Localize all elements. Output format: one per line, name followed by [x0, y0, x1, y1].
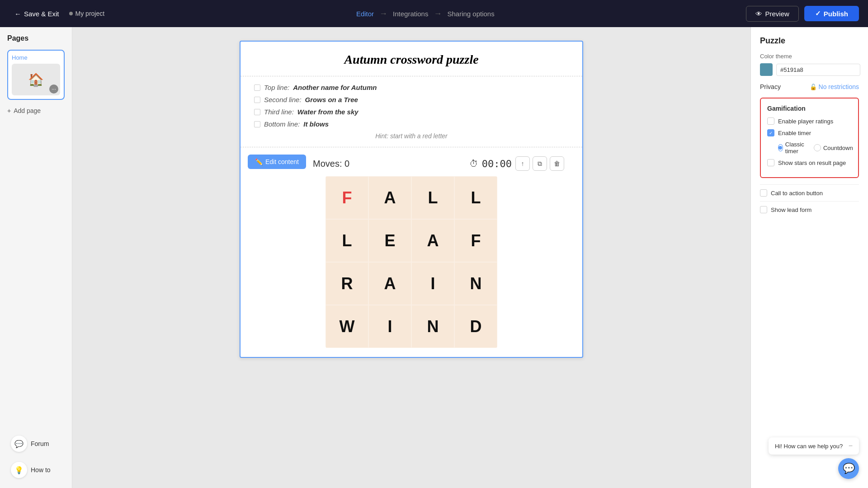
- clue-answer-1: Another name for Autumn: [293, 84, 377, 91]
- countdown-timer-option[interactable]: Countdown: [814, 144, 853, 151]
- forum-label: Forum: [31, 440, 49, 447]
- grid-cell-2-2[interactable]: I: [411, 262, 454, 305]
- chat-close-button[interactable]: −: [849, 442, 853, 450]
- pages-title: Pages: [7, 34, 65, 42]
- color-theme-label: Color theme: [760, 53, 859, 60]
- grid-cell-1-2[interactable]: A: [411, 219, 454, 262]
- timer-icon: ⏱: [469, 159, 478, 169]
- grid-cell-2-0[interactable]: R: [326, 262, 368, 305]
- show-stars-row: Show stars on result page: [767, 159, 852, 166]
- grid-cell-1-0[interactable]: L: [326, 219, 368, 262]
- topbar-left: ← Save & Exit My project: [9, 7, 104, 20]
- color-row: [760, 63, 859, 76]
- call-to-action-checkbox[interactable]: [760, 189, 767, 197]
- grid-cell-1-1[interactable]: E: [368, 219, 411, 262]
- pages-sidebar: Pages Home 🏠 ··· + Add page 💬 Forum 💡: [0, 27, 72, 488]
- countdown-timer-label: Countdown: [823, 145, 853, 151]
- enable-player-ratings-checkbox[interactable]: [767, 117, 774, 125]
- howto-item[interactable]: 💡 How to: [7, 459, 65, 481]
- delete-icon[interactable]: 🗑: [550, 156, 564, 171]
- clue-item-1: Top line: Another name for Autumn: [254, 84, 569, 91]
- show-stars-label: Show stars on result page: [778, 160, 846, 166]
- grid-row-0: FALL: [326, 176, 497, 219]
- upload-icon[interactable]: ↑: [515, 156, 530, 171]
- enable-timer-checkbox[interactable]: ✓: [767, 129, 774, 136]
- main-layout: Pages Home 🏠 ··· + Add page 💬 Forum 💡: [0, 27, 868, 488]
- timer-area: ⏱ 00:00 ↑ ⧉ 🗑: [469, 156, 564, 171]
- grid-cell-0-3[interactable]: L: [454, 176, 497, 219]
- classic-timer-option[interactable]: Classic timer: [778, 141, 807, 155]
- color-swatch[interactable]: [760, 63, 773, 76]
- chat-widget-button[interactable]: 💬: [838, 458, 859, 479]
- topbar-center: Editor → Integrations → Sharing options: [356, 9, 495, 19]
- puzzle-title-section: Autumn crossword puzzle: [241, 42, 582, 76]
- nav-sharing[interactable]: Sharing options: [447, 10, 494, 18]
- privacy-value[interactable]: 🔓 No restrictions: [810, 83, 859, 90]
- privacy-label: Privacy: [760, 83, 781, 90]
- show-lead-form-label: Show lead form: [771, 206, 811, 213]
- grid-cell-2-1[interactable]: A: [368, 262, 411, 305]
- timer-type-group: Classic timer Countdown: [778, 141, 852, 155]
- page-card-label: Home: [12, 54, 60, 61]
- page-card-home[interactable]: Home 🏠 ···: [7, 50, 65, 100]
- enable-player-ratings-row: Enable player ratings: [767, 117, 852, 125]
- show-lead-form-checkbox[interactable]: [760, 206, 767, 213]
- grid-cell-0-2[interactable]: L: [411, 176, 454, 219]
- countdown-timer-radio[interactable]: [814, 144, 821, 151]
- publish-button[interactable]: ✓ Publish: [804, 6, 859, 21]
- chat-icon: 💬: [843, 463, 855, 474]
- howto-icon: 💡: [14, 466, 24, 474]
- grid-cell-3-2[interactable]: N: [411, 305, 454, 348]
- clues-section: Top line: Another name for Autumn Second…: [241, 76, 582, 147]
- chat-bubble-text: Hi! How can we help you?: [775, 443, 843, 450]
- clue-checkbox-1[interactable]: [254, 84, 260, 91]
- timer-display: 00:00: [482, 158, 512, 169]
- clue-checkbox-2[interactable]: [254, 97, 260, 103]
- home-icon: 🏠: [28, 72, 44, 87]
- grid-cell-2-3[interactable]: N: [454, 262, 497, 305]
- plus-icon: +: [7, 107, 11, 114]
- enable-timer-label: Enable timer: [778, 130, 811, 136]
- grid-cell-3-1[interactable]: I: [368, 305, 411, 348]
- clue-prefix-4: Bottom line:: [264, 120, 300, 128]
- show-stars-checkbox[interactable]: [767, 159, 774, 166]
- grid-cell-3-3[interactable]: D: [454, 305, 497, 348]
- clue-prefix-1: Top line:: [264, 84, 289, 91]
- arrow-left-icon: ←: [14, 10, 21, 18]
- grid-cell-1-3[interactable]: F: [454, 219, 497, 262]
- add-page-button[interactable]: + Add page: [7, 105, 65, 116]
- grid-row-1: LEAF: [326, 219, 497, 262]
- grid-row-2: RAIN: [326, 262, 497, 305]
- classic-timer-radio[interactable]: [778, 144, 783, 151]
- grid-cell-0-1[interactable]: A: [368, 176, 411, 219]
- crossword-grid: FALLLEAFRAINWIND: [326, 176, 497, 348]
- howto-label: How to: [31, 466, 51, 474]
- hint-text: Hint: start with a red letter: [254, 132, 569, 140]
- grid-cell-3-0[interactable]: W: [326, 305, 368, 348]
- color-input[interactable]: [776, 64, 860, 76]
- pencil-icon: ✏️: [255, 158, 263, 165]
- eye-icon: 👁: [755, 10, 762, 18]
- show-lead-form-row[interactable]: Show lead form: [760, 201, 859, 218]
- howto-icon-circle: 💡: [11, 462, 27, 478]
- copy-icon[interactable]: ⧉: [533, 156, 547, 171]
- clue-checkbox-3[interactable]: [254, 109, 260, 115]
- grid-cell-0-0[interactable]: F: [326, 176, 368, 219]
- sidebar-bottom: 💬 Forum 💡 How to: [7, 433, 65, 481]
- page-menu-button[interactable]: ···: [49, 84, 58, 94]
- edit-content-button[interactable]: ✏️ Edit content: [248, 155, 306, 169]
- clue-item-2: Second line: Grows on a Tree: [254, 96, 569, 103]
- save-exit-label: Save & Exit: [24, 10, 59, 18]
- clue-answer-2: Grows on a Tree: [305, 96, 358, 103]
- save-exit-button[interactable]: ← Save & Exit: [9, 7, 65, 20]
- page-card-thumbnail: 🏠 ···: [12, 64, 60, 95]
- gamification-title: Gamification: [767, 105, 852, 112]
- nav-integrations[interactable]: Integrations: [393, 10, 428, 18]
- forum-item[interactable]: 💬 Forum: [7, 433, 65, 455]
- panel-title: Puzzle: [760, 36, 859, 46]
- nav-editor[interactable]: Editor: [356, 10, 374, 18]
- clue-checkbox-4[interactable]: [254, 121, 260, 127]
- status-dot: [69, 12, 73, 15]
- call-to-action-row[interactable]: Call to action button: [760, 184, 859, 201]
- preview-button[interactable]: 👁 Preview: [746, 6, 798, 22]
